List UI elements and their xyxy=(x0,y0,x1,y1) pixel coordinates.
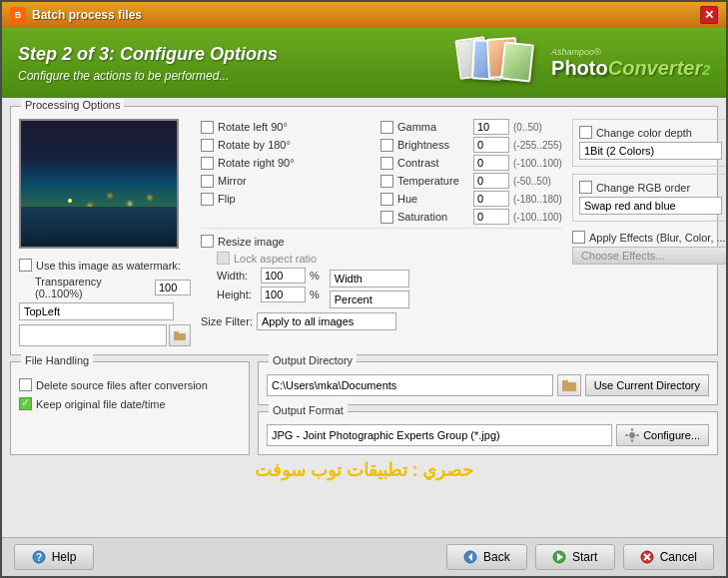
saturation-range: (-100..100) xyxy=(513,212,562,223)
output-directory-label: Output Directory xyxy=(269,354,357,366)
processing-inner: Use this image as watermark: Transparenc… xyxy=(19,119,709,346)
keep-date-label: Keep original file date/time xyxy=(36,398,166,410)
hue-checkbox[interactable] xyxy=(380,193,393,206)
lock-aspect-label: Lock aspect ratio xyxy=(234,253,317,265)
choose-effects-label: Choose Effects... xyxy=(581,250,665,262)
width-input[interactable] xyxy=(261,268,306,284)
file-handling-label: File Handling xyxy=(21,354,93,366)
color-depth-checkbox[interactable] xyxy=(579,126,592,139)
dir-row: Use Current Directory xyxy=(267,374,709,396)
file-handling-options: Delete source files after conversion Kee… xyxy=(19,378,241,410)
back-button[interactable]: Back xyxy=(446,544,527,570)
output-dir-browse-button[interactable] xyxy=(557,374,581,396)
saturation-input[interactable] xyxy=(473,209,509,225)
rgb-order-label: Change RGB order xyxy=(596,182,690,194)
svg-rect-1 xyxy=(174,331,179,334)
effects-checkbox[interactable] xyxy=(572,231,585,244)
effects-box: Apply Effects (Blur, Color, ...) Choose … xyxy=(572,231,726,265)
rgb-order-row: Change RGB order xyxy=(579,181,722,194)
preview-image xyxy=(19,119,179,249)
temperature-row: Temperature (-50..50) xyxy=(380,173,562,189)
hue-range: (-180..180) xyxy=(513,194,562,205)
header-text: Step 2 of 3: Configure Options Configure… xyxy=(18,44,278,83)
width-row: Width: % xyxy=(217,268,320,284)
middle-panel: Rotate left 90° Gamma (0..50) Rotate by … xyxy=(201,119,562,346)
height-input[interactable] xyxy=(261,287,306,302)
color-depth-label: Change color depth xyxy=(596,127,692,139)
contrast-checkbox[interactable] xyxy=(380,157,393,170)
width-label: Width: xyxy=(217,270,257,282)
brightness-checkbox[interactable] xyxy=(380,139,393,152)
resize-section: Resize image Lock aspect ratio Width: xyxy=(201,228,562,330)
hue-input[interactable] xyxy=(473,191,509,207)
delete-source-checkbox[interactable] xyxy=(19,378,32,391)
transparency-label: Transparency (0..100%) xyxy=(35,276,151,299)
effects-row: Apply Effects (Blur, Color, ...) xyxy=(572,231,726,244)
gamma-label: Gamma xyxy=(397,121,469,133)
configure-button[interactable]: Configure... xyxy=(616,424,709,446)
processing-options-label: Processing Options xyxy=(21,99,124,111)
color-depth-dropdown[interactable]: 1Bit (2 Colors) 8Bit (256 Colors) 16Bit … xyxy=(579,142,722,160)
gamma-checkbox[interactable] xyxy=(380,121,393,134)
resize-unit-controls: Width Height Percent Pixels xyxy=(330,252,409,308)
temperature-checkbox[interactable] xyxy=(380,175,393,188)
transparency-input[interactable] xyxy=(155,280,191,295)
rgb-order-dropdown[interactable]: Swap red and blue xyxy=(579,197,722,215)
converter-label: Converter xyxy=(608,57,702,80)
watermark-file-input[interactable] xyxy=(19,324,167,346)
width-percent: % xyxy=(310,270,320,282)
flip-checkbox[interactable] xyxy=(201,193,214,206)
rotate-180-row: Rotate by 180° xyxy=(201,137,380,153)
size-filter-dropdown[interactable]: Apply to all images Apply to larger imag… xyxy=(257,312,396,330)
temperature-range: (-50..50) xyxy=(513,176,551,187)
use-current-directory-button[interactable]: Use Current Directory xyxy=(585,374,709,396)
help-button[interactable]: ? Help xyxy=(14,544,94,570)
temperature-input[interactable] xyxy=(473,173,509,189)
rotate-right-checkbox[interactable] xyxy=(201,157,214,170)
choose-effects-button[interactable]: Choose Effects... xyxy=(572,247,726,265)
svg-rect-0 xyxy=(174,333,186,340)
rotate-left-label: Rotate left 90° xyxy=(218,121,288,133)
watermark-file-browse-button[interactable] xyxy=(169,324,191,346)
flip-label: Flip xyxy=(218,193,236,205)
logo-text: Ashampoo® Photo Converter 2 xyxy=(551,47,710,80)
resize-image-label: Resize image xyxy=(218,236,285,248)
contrast-input[interactable] xyxy=(473,155,509,171)
mirror-checkbox[interactable] xyxy=(201,175,214,188)
position-dropdown[interactable]: TopLeft TopRight Center BottomLeft Botto… xyxy=(19,302,174,320)
footer: ? Help Back Start Cancel xyxy=(2,537,726,576)
checkboxes-section: Rotate left 90° Gamma (0..50) Rotate by … xyxy=(201,119,562,225)
rgb-order-checkbox[interactable] xyxy=(579,181,592,194)
output-dir-input[interactable] xyxy=(267,374,553,396)
watermark-checkbox[interactable] xyxy=(19,259,32,272)
start-button[interactable]: Start xyxy=(535,544,615,570)
file-picker-row xyxy=(19,324,191,346)
brightness-input[interactable] xyxy=(473,137,509,153)
rotate-180-checkbox[interactable] xyxy=(201,139,214,152)
photo-converter-logo: Photo Converter 2 xyxy=(551,57,710,80)
processing-options-group: Processing Options Use this image as wat… xyxy=(10,106,718,355)
resize-percent-dropdown[interactable]: Percent Pixels xyxy=(330,290,409,308)
watermark-row: Use this image as watermark: xyxy=(19,259,191,272)
resize-image-checkbox[interactable] xyxy=(201,235,214,248)
gamma-input[interactable] xyxy=(473,119,509,135)
photo-label: Photo xyxy=(551,57,608,80)
output-format-dropdown[interactable]: JPG - Joint Photographic Experts Group (… xyxy=(267,424,612,446)
keep-date-checkbox[interactable] xyxy=(19,397,32,410)
delete-source-label: Delete source files after conversion xyxy=(36,379,208,391)
arabic-watermark: حصري : تطبيقات توب سوفت xyxy=(10,459,718,481)
effects-label: Apply Effects (Blur, Color, ...) xyxy=(589,232,726,244)
resize-unit-dropdown[interactable]: Width Height xyxy=(330,270,409,288)
cancel-button[interactable]: Cancel xyxy=(623,544,714,570)
bottom-panels: File Handling Delete source files after … xyxy=(10,361,718,455)
output-directory-group: Output Directory Use Current Directory xyxy=(258,361,718,405)
saturation-checkbox[interactable] xyxy=(380,211,393,224)
hue-label: Hue xyxy=(397,193,469,205)
mirror-row: Mirror xyxy=(201,173,380,189)
close-button[interactable]: ✕ xyxy=(700,6,718,24)
svg-rect-7 xyxy=(625,434,628,436)
lock-aspect-checkbox[interactable] xyxy=(217,252,230,265)
svg-rect-5 xyxy=(631,428,633,431)
rotate-left-checkbox[interactable] xyxy=(201,121,214,134)
cancel-label: Cancel xyxy=(660,550,697,564)
